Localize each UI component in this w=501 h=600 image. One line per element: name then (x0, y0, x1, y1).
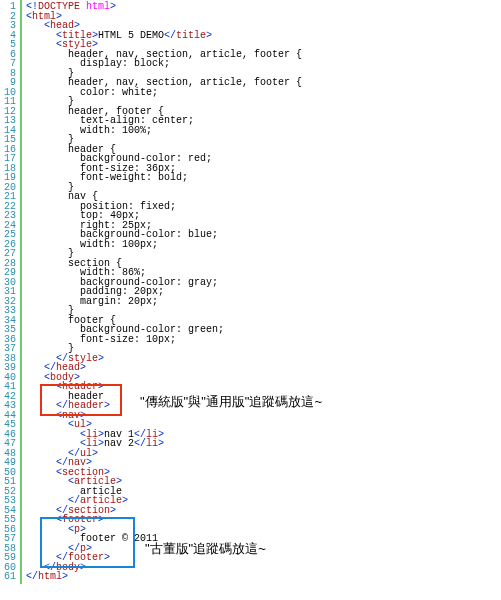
code-line: font-size: 10px; (26, 335, 501, 345)
code-line: </html> (26, 572, 501, 582)
code-line: width: 100%; (26, 126, 501, 136)
code-line: </ul> (26, 449, 501, 459)
code-line: font-weight: bold; (26, 173, 501, 183)
code-line: </style> (26, 354, 501, 364)
code-line: </head> (26, 363, 501, 373)
line-number-gutter: 1234567891011121314151617181920212223242… (0, 0, 22, 584)
code-line: <html> (26, 12, 501, 22)
code-line: <!DOCTYPE html> (26, 2, 501, 12)
code-line: width: 100px; (26, 240, 501, 250)
code-line: display: block; (26, 59, 501, 69)
code-line: <nav> (26, 411, 501, 421)
code-lines: <!DOCTYPE html><html> <head> <title>HTML… (22, 0, 501, 584)
code-line: </body> (26, 563, 501, 573)
annotation-bottom: "古董版"追蹤碼放這~ (145, 540, 266, 558)
code-line: margin: 20px; (26, 297, 501, 307)
code-editor: 1234567891011121314151617181920212223242… (0, 0, 501, 584)
code-line: <footer> (26, 515, 501, 525)
annotation-top: "傳統版"與"通用版"追蹤碼放這~ (140, 393, 322, 411)
line-number: 61 (2, 572, 16, 582)
code-line: color: white; (26, 88, 501, 98)
